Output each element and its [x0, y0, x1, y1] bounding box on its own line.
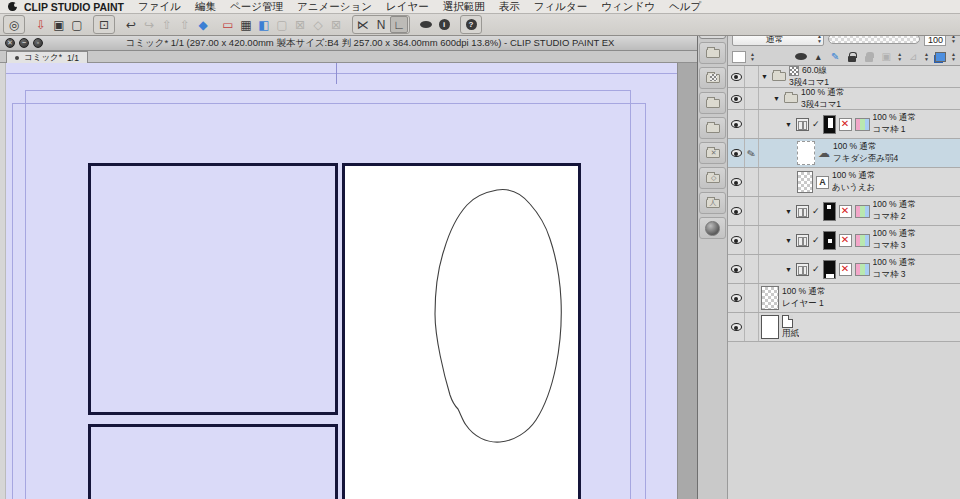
menu-item-8[interactable]: ウィンドウ — [601, 0, 655, 14]
layer-row[interactable]: ▼✓✕100 % 通常コマ枠 1 — [728, 110, 960, 139]
expand-triangle-icon[interactable]: ▼ — [785, 121, 793, 128]
layer-visibility-cell[interactable] — [728, 110, 745, 138]
canvas-viewport[interactable] — [0, 63, 697, 499]
layer-visibility-cell[interactable] — [728, 88, 745, 109]
layer-row[interactable]: ✎☁100 % 通常フキダシ歪み弱4 — [728, 139, 960, 168]
toolbar-group: ⇩▣▢ — [32, 16, 86, 33]
toolbar-group: ⊡ — [93, 15, 115, 34]
mask-disabled-icon[interactable]: ✕ — [839, 205, 852, 218]
document-title-bar[interactable]: ✕ − ▫ コミック* 1/1 (297.00 x 420.00mm 製本サイズ… — [0, 36, 697, 51]
layer-row[interactable]: ▼✓✕100 % 通常コマ枠 3 — [728, 255, 960, 284]
layer-visibility-cell[interactable] — [728, 66, 745, 87]
dock-folder-2-button[interactable] — [699, 92, 726, 114]
help-icon[interactable]: ? — [462, 16, 480, 33]
new-page-icon[interactable]: ▢ — [68, 16, 86, 33]
import-file-icon[interactable]: ⇧ — [158, 16, 176, 33]
layer-row[interactable]: ▼100 % 通常3段4コマ1 — [728, 88, 960, 110]
layer-name: あいうえお — [832, 182, 876, 194]
menu-item-9[interactable]: ヘルプ — [669, 0, 701, 14]
layer-row[interactable]: A100 % 通常あいうえお — [728, 168, 960, 197]
lock-layer-icon[interactable] — [845, 50, 859, 64]
menu-item-4[interactable]: レイヤー — [386, 0, 429, 14]
redo-icon[interactable]: ↪ — [140, 16, 158, 33]
zoom-window-button[interactable]: ▫ — [33, 38, 43, 48]
crop-icon[interactable]: ⊠ — [327, 16, 345, 33]
menu-item-6[interactable]: 表示 — [499, 0, 520, 14]
apple-menu[interactable] — [0, 1, 24, 13]
layer-row[interactable]: ▼✓✕100 % 通常コマ枠 3 — [728, 226, 960, 255]
dock-material-sphere-button[interactable] — [699, 217, 726, 239]
layer-color-stepper-icon[interactable]: ▲▼ — [749, 52, 756, 62]
menu-app-name[interactable]: CLIP STUDIO PAINT — [24, 1, 124, 13]
deselect-icon[interactable]: ▢ — [273, 16, 291, 33]
menu-item-1[interactable]: 編集 — [195, 0, 216, 14]
selection-launcher-icon[interactable]: ▭ — [219, 16, 237, 33]
layer-visibility-cell[interactable] — [728, 226, 745, 254]
menu-item-0[interactable]: ファイル — [138, 0, 181, 14]
layer-visibility-cell[interactable] — [728, 197, 745, 225]
clip-studio-logo-icon[interactable]: ◎ — [5, 16, 23, 33]
folder-badge-icon: ◇ — [711, 174, 716, 181]
dock-3d-folder-button[interactable]: ◇ — [699, 167, 726, 189]
expand-triangle-icon[interactable]: ▼ — [761, 73, 769, 80]
mask-disabled-icon[interactable]: ✕ — [839, 234, 852, 247]
layer-row[interactable]: 100 % 通常レイヤー 1 — [728, 284, 960, 313]
invert-selection-icon[interactable]: ⊠ — [291, 16, 309, 33]
effect-stepper-icon[interactable]: ▲▼ — [950, 52, 957, 62]
tone-area-icon[interactable]: ▦ — [237, 16, 255, 33]
snap-to-special-ruler-icon[interactable]: N — [372, 16, 390, 33]
dock-pose-folder-button[interactable]: 人 — [699, 192, 726, 214]
import-page-icon[interactable]: ⇩ — [32, 16, 50, 33]
layer-color-chip[interactable] — [732, 51, 746, 63]
frame-view-icon[interactable]: ⊡ — [95, 16, 113, 33]
save-icon[interactable]: ◆ — [194, 16, 212, 33]
eye-icon — [731, 95, 742, 103]
menu-item-3[interactable]: アニメーション — [297, 0, 372, 14]
menu-item-7[interactable]: フィルター — [534, 0, 587, 14]
mask-disabled-icon[interactable]: ✕ — [839, 118, 852, 131]
dock-folder-x-button[interactable]: ✕ — [699, 142, 726, 164]
transform-icon[interactable]: ◇ — [309, 16, 327, 33]
dock-tone-folder-button[interactable] — [699, 67, 726, 89]
layer-visibility-cell[interactable] — [728, 139, 745, 167]
layer-row[interactable]: 用紙 — [728, 313, 960, 342]
eye-icon — [731, 323, 742, 331]
document-tab[interactable]: コミック* 1/1 — [6, 51, 88, 63]
layer-color-effect-icon[interactable] — [933, 50, 947, 64]
layer-info: 100 % 通常 — [873, 112, 916, 124]
enable-mask-icon[interactable]: ▣ — [879, 50, 893, 64]
reference-layer-icon[interactable]: ▴ — [811, 50, 825, 64]
menu-item-2[interactable]: ページ管理 — [230, 0, 283, 14]
expand-triangle-icon[interactable]: ▼ — [785, 237, 793, 244]
minimize-window-button[interactable]: − — [19, 38, 29, 48]
info-icon[interactable]: i — [435, 16, 453, 33]
layer-row[interactable]: ▼60.0線3段4コマ1 — [728, 66, 960, 88]
lock-transparent-icon[interactable] — [862, 50, 876, 64]
layer-visibility-cell[interactable] — [728, 168, 745, 196]
dock-folder-3-button[interactable] — [699, 117, 726, 139]
clipping-icon[interactable] — [794, 50, 808, 64]
snap-to-grid-icon[interactable]: ∟ — [390, 16, 408, 33]
layer-visibility-cell[interactable] — [728, 284, 745, 312]
mask-disabled-icon[interactable]: ✕ — [839, 263, 852, 276]
expand-triangle-icon[interactable]: ▼ — [785, 266, 793, 273]
close-window-button[interactable]: ✕ — [5, 38, 15, 48]
expand-triangle-icon[interactable]: ▼ — [785, 208, 793, 215]
snap-to-ruler-icon[interactable]: ⋉ — [354, 16, 372, 33]
menu-item-5[interactable]: 選択範囲 — [443, 0, 485, 14]
layer-visibility-cell[interactable] — [728, 255, 745, 283]
layer-visibility-cell[interactable] — [728, 313, 745, 341]
folder-icon — [706, 99, 720, 108]
tone-oval-icon[interactable] — [417, 16, 435, 33]
export-file-icon[interactable]: ⇧ — [176, 16, 194, 33]
undo-icon[interactable]: ↩ — [122, 16, 140, 33]
mask-stepper-icon[interactable]: ▲▼ — [896, 52, 903, 62]
expand-triangle-icon[interactable]: ▼ — [773, 95, 781, 102]
fill-bucket-icon[interactable]: ◧ — [255, 16, 273, 33]
dock-folder-button[interactable] — [699, 42, 726, 64]
ruler-stepper-icon[interactable]: ▲▼ — [923, 52, 930, 62]
draft-layer-icon[interactable]: ✎ — [828, 50, 842, 64]
ruler-range-icon[interactable]: ⊿ — [906, 50, 920, 64]
open-page-icon[interactable]: ▣ — [50, 16, 68, 33]
layer-row[interactable]: ▼✓✕100 % 通常コマ枠 2 — [728, 197, 960, 226]
